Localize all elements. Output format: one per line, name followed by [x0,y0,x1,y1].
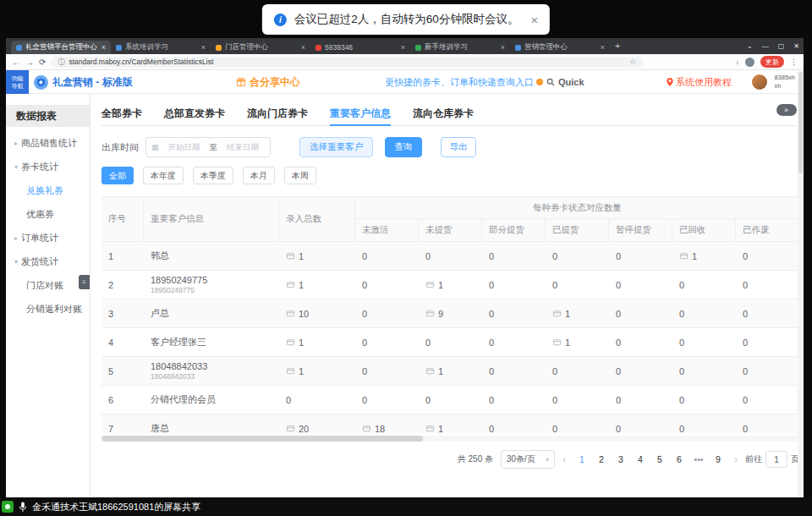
user-info[interactable]: 8385xh xh [774,74,795,91]
count-cell[interactable]: 20 [279,414,355,433]
quick-entry-tip[interactable]: 更快捷的券卡、订单和快递查询入口 [385,70,534,94]
share-center-link[interactable]: 合分享中心 [236,70,300,94]
page-button[interactable]: 5 [651,450,668,469]
page-button[interactable]: 2 [593,450,610,469]
search-button[interactable]: 查询 [385,137,422,157]
back-icon[interactable]: ← [12,58,20,67]
customer-cell[interactable]: 韩总 [144,242,279,270]
browser-tab[interactable]: 系统培训学习× [111,41,211,54]
toast-close-icon[interactable]: × [530,13,538,27]
sidebar-handle[interactable]: ≡ [79,275,90,289]
customer-cell[interactable]: 1804884203318048842033 [144,357,279,385]
count-cell[interactable]: 1 [419,271,482,299]
select-key-customer-button[interactable]: 选择重要客户 [299,137,373,157]
sidebar-item-store-reconciliation[interactable]: 门店对账 [6,273,90,297]
customer-cell[interactable]: 唐总 [144,414,279,433]
tab-close-icon[interactable]: × [401,43,405,52]
goto-page-input[interactable] [765,451,787,468]
browser-tab[interactable]: 营销管理中心× [510,41,610,54]
sidebar-item-card-stats[interactable]: ▾券卡统计 [6,155,90,178]
card-count-icon [552,338,562,347]
close-window-icon[interactable]: ✕ [793,42,799,50]
count-cell[interactable]: 1 [419,414,482,433]
export-button[interactable]: 导出 [441,137,476,157]
count-cell[interactable]: 1 [279,328,355,356]
page-button[interactable]: 4 [632,450,649,469]
page-button[interactable]: 3 [612,450,629,469]
sidebar-item-product-sales[interactable]: ▸商品销售统计 [6,131,90,155]
customer-cell[interactable]: 1895024977518950249775 [144,271,279,299]
tab-hq-direct-cards[interactable]: 总部直发券卡 [164,102,225,125]
customer-name: 18950249775 [151,275,207,285]
sidebar-item-order-stats[interactable]: ▸订单统计 [6,226,90,250]
maximize-icon[interactable]: ▢ [778,42,785,50]
row-index: 1 [102,242,144,270]
prev-page-icon[interactable]: ‹ [562,453,566,465]
page-size-select[interactable]: 30条/页 ▾ [501,450,555,469]
tab-search-icon[interactable]: ⌄ [747,42,753,50]
new-tab-button[interactable]: + [615,38,620,54]
page-scrollbar-thumb[interactable] [798,72,803,173]
tab-key-customer-info[interactable]: 重要客户信息 [330,102,391,125]
omnibox[interactable]: ⓘ standard.maboy.cn/CardMemberStatistics… [51,57,643,68]
bookmark-star-icon[interactable]: ☆ [629,58,636,66]
sidebar-item-shipping-stats[interactable]: ▾发货统计 [6,250,90,273]
horizontal-scrollbar[interactable] [102,436,799,442]
address-bar-actions: ↓ 更新 ⋮ [736,56,798,68]
minimize-icon[interactable]: — [762,42,769,50]
user-avatar[interactable] [752,74,767,90]
count-cell[interactable]: 1 [279,271,355,299]
collapse-panel-button[interactable]: » [776,104,797,116]
browser-tab[interactable]: 5939346× [310,41,410,54]
forward-icon[interactable]: → [25,58,34,67]
count-cell[interactable]: 1 [419,357,482,385]
tab-close-icon[interactable]: × [102,43,106,52]
range-chip[interactable]: 本季度 [193,167,233,184]
quick-search[interactable]: Quick [536,70,584,94]
customer-cell[interactable]: 分销代理的会员 [144,386,279,414]
count-cell[interactable]: 1 [672,242,736,270]
range-chip[interactable]: 本月 [243,167,275,184]
page-button[interactable]: 1 [573,450,590,469]
download-icon[interactable]: ↓ [736,58,740,66]
count-cell[interactable]: 10 [279,299,355,327]
page-scrollbar[interactable] [798,70,804,497]
browser-menu-icon[interactable]: ⋮ [790,58,798,66]
tab-close-icon[interactable]: × [301,43,305,52]
count-cell[interactable]: 18 [355,414,419,433]
count-cell[interactable]: 1 [279,242,355,270]
site-info-icon[interactable]: ⓘ [58,58,64,67]
tab-all-cards[interactable]: 全部券卡 [102,102,142,125]
browser-update-button[interactable]: 更新 [760,56,784,68]
count-cell[interactable]: 9 [419,299,482,327]
range-chip[interactable]: 本年度 [143,167,184,184]
horizontal-scrollbar-thumb[interactable] [102,436,423,442]
reload-icon[interactable]: ⟳ [39,58,46,67]
tutorial-link[interactable]: 系统使用教程 [667,70,732,94]
tab-close-icon[interactable]: × [601,43,605,52]
browser-tab[interactable]: 新手培训学习× [410,41,510,54]
browser-tab[interactable]: 礼盒营销平台管理中心× [11,41,111,54]
count-value: 0 [362,280,367,290]
tab-close-icon[interactable]: × [501,43,505,52]
page-button[interactable]: 6 [671,450,688,469]
tab-close-icon[interactable]: × [201,43,206,52]
function-nav-badge[interactable]: 功能 导航 [6,70,29,94]
browser-profile-avatar[interactable] [745,58,754,67]
range-chip[interactable]: 全部 [102,167,134,184]
count-cell[interactable]: 1 [279,357,355,385]
count-cell[interactable]: 1 [546,299,609,327]
sidebar-item-discount-coupon[interactable]: 优惠券 [6,202,90,226]
tab-store-flow-cards[interactable]: 流向门店券卡 [247,102,308,125]
next-page-icon[interactable]: › [734,453,738,465]
browser-tab[interactable]: 门店管理中心× [211,41,310,54]
customer-cell[interactable]: 卢总 [144,299,279,327]
sidebar-item-exchange-coupon[interactable]: 兑换礼券 [6,178,90,202]
tab-warehouse-flow-cards[interactable]: 流向仓库券卡 [413,102,474,125]
range-chip[interactable]: 本周 [284,167,316,184]
date-range-input[interactable]: ▦ 开始日期 至 结束日期 [145,137,271,157]
count-cell[interactable]: 1 [546,328,609,356]
customer-cell[interactable]: 客户经理张三 [144,328,279,356]
page-button[interactable]: 9 [710,450,727,469]
sidebar-item-distribution-rebate[interactable]: 分销返利对账 [6,297,90,321]
